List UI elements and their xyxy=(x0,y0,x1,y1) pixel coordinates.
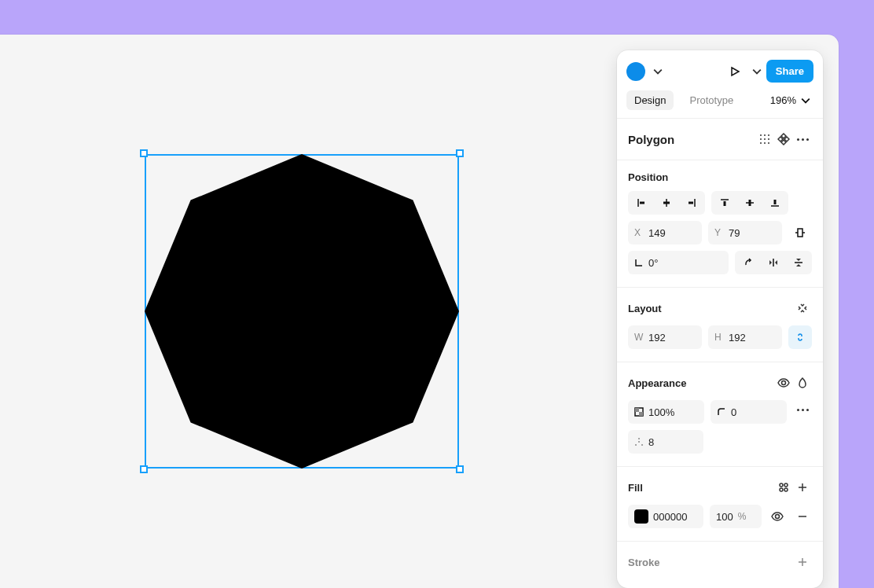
svg-marker-1 xyxy=(732,68,739,75)
chevron-down-icon[interactable] xyxy=(653,67,663,76)
zoom-value: 196% xyxy=(770,94,796,106)
svg-rect-38 xyxy=(635,408,639,412)
chevron-down-icon[interactable] xyxy=(752,67,762,76)
angle-icon xyxy=(634,258,644,267)
color-swatch-button[interactable] xyxy=(626,62,645,81)
svg-rect-39 xyxy=(639,412,643,416)
svg-point-47 xyxy=(784,488,788,491)
height-field[interactable]: H 192 xyxy=(708,325,782,349)
layout-title: Layout xyxy=(628,303,662,314)
sides-field[interactable]: 8 xyxy=(628,430,703,454)
app-frame: Share Design Prototype 196% Polygon xyxy=(0,35,839,588)
zoom-control[interactable]: 196% xyxy=(770,94,813,106)
fill-visibility-icon[interactable] xyxy=(768,507,787,526)
svg-point-46 xyxy=(780,488,783,491)
flip-group xyxy=(735,251,812,274)
position-options-button[interactable] xyxy=(788,221,812,244)
selection-bounds[interactable] xyxy=(145,154,459,469)
svg-point-7 xyxy=(768,138,769,140)
svg-point-9 xyxy=(764,142,766,144)
svg-marker-31 xyxy=(769,260,772,265)
add-fill-button[interactable] xyxy=(793,478,812,497)
align-hcenter-button[interactable] xyxy=(655,193,678,213)
flip-vertical-button[interactable] xyxy=(787,252,810,273)
add-stroke-button[interactable] xyxy=(793,553,812,571)
selection-outline xyxy=(145,154,459,469)
align-horizontal-group xyxy=(628,191,705,215)
svg-point-50 xyxy=(776,515,780,519)
align-right-button[interactable] xyxy=(680,193,703,213)
appearance-section: Appearance 100% 0 xyxy=(617,362,823,467)
chevron-down-icon xyxy=(801,96,810,105)
align-vertical-group xyxy=(711,191,788,215)
visibility-icon[interactable] xyxy=(774,373,793,392)
more-options-icon[interactable] xyxy=(793,400,812,419)
aspect-lock-button[interactable] xyxy=(788,325,812,349)
component-icon[interactable] xyxy=(774,130,793,149)
styles-icon[interactable] xyxy=(774,478,793,497)
svg-point-2 xyxy=(760,134,762,136)
panel-toolbar: Share xyxy=(617,50,823,87)
position-section: Position X 149 xyxy=(617,160,823,288)
more-options-icon[interactable] xyxy=(793,130,812,149)
play-button[interactable] xyxy=(725,62,744,81)
svg-point-5 xyxy=(760,138,762,140)
y-field[interactable]: Y 79 xyxy=(708,221,782,244)
opacity-icon xyxy=(634,407,644,417)
svg-point-4 xyxy=(768,134,769,136)
blend-mode-icon[interactable] xyxy=(793,373,812,392)
align-top-button[interactable] xyxy=(713,193,736,213)
properties-panel: Share Design Prototype 196% Polygon xyxy=(617,50,823,588)
svg-point-10 xyxy=(768,142,769,144)
layout-section: Layout W 192 H 192 xyxy=(617,288,823,362)
svg-marker-35 xyxy=(796,264,801,266)
svg-marker-32 xyxy=(775,260,777,265)
svg-point-6 xyxy=(764,138,766,140)
corner-icon xyxy=(717,407,726,417)
tabs: Design Prototype 196% xyxy=(617,87,823,119)
collapse-icon[interactable] xyxy=(793,299,812,318)
resize-handle-br[interactable] xyxy=(456,465,464,473)
share-button[interactable]: Share xyxy=(766,60,813,83)
fill-color-chip xyxy=(634,509,648,524)
layer-header: Polygon xyxy=(617,119,823,160)
svg-point-3 xyxy=(764,134,766,136)
x-field[interactable]: X 149 xyxy=(628,221,702,244)
svg-marker-34 xyxy=(796,259,801,261)
resize-handle-tr[interactable] xyxy=(456,149,464,157)
remove-fill-button[interactable] xyxy=(793,507,812,526)
rotation-field[interactable]: 0° xyxy=(628,251,729,274)
component-grid-icon[interactable] xyxy=(755,130,774,149)
flip-horizontal-button[interactable] xyxy=(762,252,785,273)
tab-design[interactable]: Design xyxy=(626,90,674,110)
svg-point-36 xyxy=(782,381,786,385)
width-field[interactable]: W 192 xyxy=(628,325,702,349)
align-bottom-button[interactable] xyxy=(763,193,787,213)
appearance-title: Appearance xyxy=(628,377,686,389)
fill-title: Fill xyxy=(628,482,643,494)
tab-prototype[interactable]: Prototype xyxy=(681,90,741,110)
svg-point-42 xyxy=(641,444,643,446)
svg-point-45 xyxy=(784,483,788,487)
opacity-field[interactable]: 100% xyxy=(628,400,704,424)
corner-radius-field[interactable]: 0 xyxy=(711,400,787,424)
resize-handle-tl[interactable] xyxy=(140,149,148,157)
canvas[interactable] xyxy=(0,35,603,588)
stroke-section: Stroke xyxy=(617,542,823,584)
resize-handle-bl[interactable] xyxy=(140,465,148,473)
svg-rect-27 xyxy=(798,229,802,237)
rotate-90-button[interactable] xyxy=(736,252,760,273)
svg-point-44 xyxy=(780,483,783,487)
svg-point-8 xyxy=(760,142,762,144)
fill-opacity-field[interactable]: 100 % xyxy=(710,505,762,528)
svg-point-41 xyxy=(638,438,640,439)
fill-color-field[interactable]: 000000 xyxy=(628,505,703,528)
svg-point-43 xyxy=(638,441,640,443)
polygon-sides-icon xyxy=(634,437,644,447)
align-left-button[interactable] xyxy=(630,193,653,213)
svg-point-40 xyxy=(635,444,637,446)
layer-name[interactable]: Polygon xyxy=(628,133,674,146)
align-vcenter-button[interactable] xyxy=(738,193,762,213)
position-title: Position xyxy=(628,171,812,183)
fill-section: Fill 000000 100 % xyxy=(617,467,823,542)
